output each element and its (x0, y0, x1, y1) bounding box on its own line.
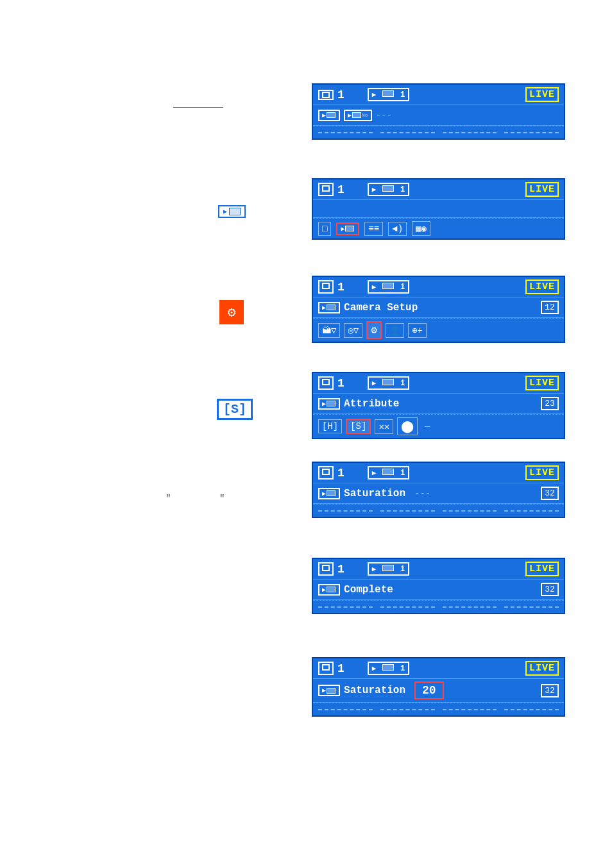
cam-icon-panel5: ▶ (318, 488, 340, 499)
slot-icon (318, 90, 334, 100)
panel5-header: 1 ▶ 1 LIVE (313, 463, 564, 483)
live-badge2: LIVE (525, 182, 559, 197)
tab-icon-square[interactable]: □ (318, 222, 331, 236)
panel7-header: 1 ▶ 1 LIVE (313, 658, 564, 679)
live-badge: LIVE (525, 87, 559, 102)
slot-number6: 1 (337, 563, 344, 576)
panel6-label: ▶ Complete 32 (313, 580, 564, 600)
annotation-camera: ▶ (218, 205, 246, 218)
slot-icon6 (318, 562, 334, 576)
cam-badge7: ▶ 1 (368, 662, 409, 675)
panel2-header: 1 ▶ 1 LIVE (313, 179, 564, 200)
tab3-gear-active[interactable]: ⚙ (366, 321, 382, 339)
cam-icon-panel6: ▶ (318, 584, 340, 596)
panel6-num: 32 (541, 583, 559, 596)
panel7-label: ▶ Saturation 20 32 (313, 679, 564, 703)
panel5-text: Saturation (344, 488, 405, 499)
tab-icon-lines[interactable]: ≡≡ (364, 222, 383, 236)
screen-panel-7: 1 ▶ 1 LIVE ▶ Saturation 20 32 (312, 657, 565, 717)
tab-icon-speaker[interactable]: ◄) (388, 222, 407, 236)
live-badge5: LIVE (525, 465, 559, 480)
live-badge3: LIVE (525, 280, 559, 294)
screen-panel-1: 1 ▶ 1 LIVE ▶ ▶ No --- (312, 83, 565, 140)
slot-number4: 1 (337, 377, 344, 390)
panel7-saturation-label: Saturation (344, 685, 405, 696)
panel3-text: Camera Setup (344, 302, 418, 313)
cam-badge: ▶ 1 (368, 88, 409, 101)
slot-icon2 (318, 183, 334, 196)
panel1-header: 1 ▶ 1 LIVE (313, 85, 564, 105)
cam-icon-panel7: ▶ (318, 685, 340, 696)
cam-badge3: ▶ 1 (368, 280, 409, 294)
tab3-landscape[interactable]: 🏔▽ (318, 323, 340, 338)
slot-number5: 1 (337, 467, 344, 480)
panel3-tabs: 🏔▽ ◎▽ ⚙ 👤 ⊕+ (313, 318, 564, 342)
panel5-dashes: --- (414, 488, 430, 499)
panel7-num: 32 (541, 684, 559, 697)
screen-panel-2: 1 ▶ 1 LIVE □ ▶ ≡≡ ◄) ▦◉ (312, 178, 565, 240)
panel5-dotted (313, 504, 564, 517)
slot-number: 1 (337, 88, 344, 101)
slot-number3: 1 (337, 281, 344, 294)
tab4-circle[interactable]: ⬤ (397, 417, 418, 435)
tab3-person[interactable]: 👤 (386, 323, 404, 338)
panel5-label: ▶ Saturation --- 32 (313, 483, 564, 504)
slot-number7: 1 (337, 662, 344, 675)
panel3-header: 1 ▶ 1 LIVE (313, 277, 564, 297)
cam-badge6: ▶ 1 (368, 562, 409, 576)
slot-icon7 (318, 662, 334, 675)
panel6-header: 1 ▶ 1 LIVE (313, 559, 564, 580)
cam-icon-small2: ▶ No (344, 110, 372, 121)
screen-panel-6: 1 ▶ 1 LIVE ▶ Complete 32 (312, 558, 565, 614)
cam-badge4: ▶ 1 (368, 376, 409, 390)
tab4-S-active[interactable]: [S] (346, 419, 371, 434)
tab4-H[interactable]: [H] (318, 419, 342, 433)
panel6-dotted (313, 600, 564, 613)
slot-number2: 1 (337, 183, 344, 196)
tab4-dash: — (421, 420, 559, 433)
panel4-header: 1 ▶ 1 LIVE (313, 373, 564, 394)
panel4-tabs: [H] [S] ✕✕ ⬤ — (313, 414, 564, 438)
panel4-text: Attribute (344, 398, 399, 410)
panel3-num: 12 (541, 301, 559, 314)
live-badge7: LIVE (525, 661, 559, 676)
panel2-icons: □ ▶ ≡≡ ◄) ▦◉ (313, 218, 564, 238)
tab-icon-cam-active[interactable]: ▶ (336, 222, 359, 235)
dashes: --- (376, 110, 392, 121)
tab-icon-grid[interactable]: ▦◉ (412, 221, 430, 236)
live-badge4: LIVE (525, 376, 559, 390)
annotation-bracket-s: [S] (217, 399, 253, 420)
tab3-plus-circle[interactable]: ⊕+ (408, 323, 427, 338)
slot-icon4 (318, 376, 334, 390)
tab4-xx[interactable]: ✕✕ (375, 419, 393, 434)
panel7-dotted (313, 703, 564, 715)
panel6-text: Complete (344, 584, 393, 596)
panel4-num: 23 (541, 397, 559, 410)
screen-panel-5: 1 ▶ 1 LIVE ▶ Saturation --- 32 (312, 462, 565, 518)
tab3-eye[interactable]: ◎▽ (344, 323, 362, 338)
cam-icon-small1: ▶ (318, 110, 340, 121)
panel1-info: ▶ ▶ No --- (313, 105, 564, 126)
cam-icon-panel4: ▶ (318, 398, 340, 410)
annotation-underline: __________ (173, 99, 223, 109)
annotation-quote: " " (166, 494, 225, 504)
slot-icon5 (318, 466, 334, 480)
panel7-value-box: 20 (414, 681, 444, 699)
cam-icon-panel3: ▶ (318, 302, 340, 313)
panel5-num: 32 (541, 487, 559, 500)
panel3-label: ▶ Camera Setup 12 (313, 297, 564, 318)
cam-badge5: ▶ 1 (368, 466, 409, 480)
panel2-empty (313, 200, 564, 218)
panel4-label: ▶ Attribute 23 (313, 394, 564, 414)
screen-panel-3: 1 ▶ 1 LIVE ▶ Camera Setup 12 🏔▽ ◎▽ ⚙ 👤 ⊕… (312, 276, 565, 343)
annotation-gear: ⚙ (219, 300, 244, 324)
panel1-dotted (313, 126, 564, 138)
live-badge6: LIVE (525, 562, 559, 576)
screen-panel-4: 1 ▶ 1 LIVE ▶ Attribute 23 [H] [S] ✕✕ ⬤ — (312, 372, 565, 439)
cam-badge2: ▶ 1 (368, 183, 409, 196)
slot-icon3 (318, 280, 334, 294)
